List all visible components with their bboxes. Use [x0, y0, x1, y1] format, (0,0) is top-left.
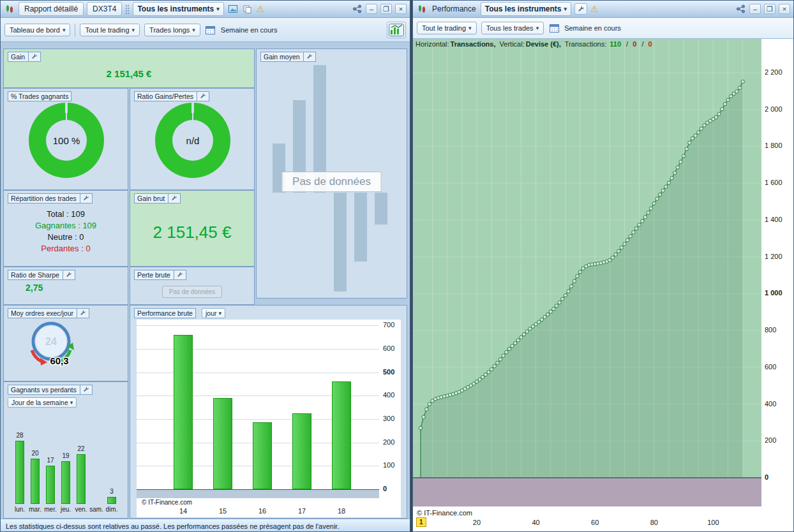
copyright-label: © IT-Finance.com [142, 499, 192, 506]
wrench-icon[interactable] [174, 270, 183, 279]
gain-loss-ratio-header: Ratio Gains/Pertes [134, 91, 209, 101]
trade-split-losers: Perdantes : 0 [4, 243, 128, 255]
trade-split-total: Total : 109 [4, 209, 128, 220]
y-axis-label: 400 [765, 400, 776, 408]
x-axis-label: 60 [587, 519, 603, 526]
x-axis-label: 20 [469, 519, 484, 526]
x-axis-label: 15 [215, 507, 230, 515]
trade-split-neutral: Neutre : 0 [4, 232, 128, 243]
y-axis-label: 700 [383, 321, 394, 329]
close-button[interactable]: × [395, 4, 407, 14]
trading-filter-dropdown[interactable]: Tout le trading ▾ [80, 24, 140, 36]
y-axis-label: 0 [765, 473, 768, 481]
bar [46, 466, 55, 504]
gross-gain-panel: Gain brut 2 151,45 € [130, 190, 255, 267]
maximize-button[interactable]: ❐ [764, 4, 775, 14]
equity-curve-chart[interactable]: Horizontal:Transactions, Vertical:Devise… [413, 39, 793, 531]
instruments-dropdown[interactable]: Tous les instruments ▾ [133, 2, 223, 16]
wrench-icon[interactable] [80, 385, 89, 394]
minimize-button[interactable]: – [366, 4, 377, 14]
bar-value-label: 19 [58, 452, 73, 459]
bar [31, 459, 40, 504]
wrench-icon[interactable] [28, 52, 38, 61]
snapshot-icon[interactable] [227, 4, 239, 15]
view-dropdown[interactable]: Tableau de bord ▾ [4, 24, 70, 36]
tab-rapport-detaille[interactable]: Rapport détaillé [19, 2, 84, 16]
close-button[interactable]: × [779, 4, 790, 14]
gridline [137, 349, 379, 350]
warning-icon[interactable]: ⚠ [257, 4, 265, 13]
instruments-dropdown[interactable]: Tous les instruments ▾ [481, 2, 571, 16]
y-axis-label: 2 000 [765, 105, 783, 113]
y-axis-label: 200 [765, 436, 776, 444]
y-axis-label: 1 800 [765, 142, 783, 149]
wrench-icon[interactable] [197, 92, 206, 101]
wrench-icon[interactable] [303, 52, 313, 61]
y-axis-label: 200 [383, 438, 394, 446]
x-axis-label: mer. [43, 506, 58, 513]
no-data-chip: Pas de données [130, 285, 254, 298]
tab-dx3t4[interactable]: DX3T4 [87, 2, 122, 16]
disclaimer-statusbar: Les statistiques ci-dessus sont relative… [1, 519, 410, 532]
donut-value: n/d [186, 135, 200, 146]
gain-loss-ratio-panel: Ratio Gains/Pertes n/d [130, 88, 255, 190]
x-axis-label: jeu. [58, 506, 73, 513]
bar-value-label: 28 [12, 432, 27, 439]
weekday-dimension-dropdown[interactable]: Jour de la semaine ▾ [8, 397, 77, 408]
winners-losers-panel: Gagnants vs perdants Jour de la semaine … [3, 381, 128, 519]
period-label: Semaine en cours [564, 24, 621, 32]
axis-band [137, 490, 379, 498]
perf-period-dropdown[interactable]: jour ▾ [202, 308, 225, 318]
trades-filter-dropdown[interactable]: Trades longs ▾ [144, 24, 200, 36]
x-axis-label: 18 [334, 507, 349, 515]
gross-performance-header: Performance brute [134, 308, 196, 318]
bar-value-label: 20 [27, 450, 43, 457]
gross-loss-panel: Perte brute Pas de données [130, 267, 255, 305]
sharpe-ratio-header: Ratio de Sharpe [8, 270, 75, 280]
gridline [137, 325, 379, 326]
share-icon[interactable] [735, 4, 746, 15]
winners-losers-header: Gagnants vs perdants [8, 385, 93, 395]
chart-window-icon[interactable] [387, 22, 406, 38]
settings-wrench-icon[interactable] [574, 3, 587, 15]
chevron-down-icon: ▾ [564, 6, 567, 12]
winning-trades-panel: % Trades gagnants 100 % [3, 88, 128, 190]
maximize-button[interactable]: ❐ [380, 4, 392, 14]
report-toolbar: Tableau de bord ▾ Tout le trading ▾ Trad… [1, 18, 410, 42]
y-axis-label: 400 [383, 391, 394, 399]
period-label: Semaine en cours [221, 26, 278, 34]
gross-performance-chart[interactable]: © IT-Finance.com 01002003004005006007001… [137, 320, 401, 517]
bar-value-label: 3 [104, 488, 119, 495]
wrench-icon[interactable] [80, 194, 89, 203]
bar-value-label: 22 [73, 445, 89, 452]
wrench-icon[interactable] [168, 194, 177, 203]
copy-icon[interactable] [242, 4, 253, 15]
share-icon[interactable] [351, 4, 363, 15]
warning-icon[interactable]: ⚠ [590, 4, 599, 13]
gain-loss-ratio-donut: n/d [155, 103, 230, 178]
trading-filter-dropdown[interactable]: Tout le trading ▾ [417, 22, 477, 34]
no-data-overlay: Pas de données [281, 172, 382, 192]
gauge-dial-label: 24 [45, 336, 57, 347]
wrench-icon[interactable] [63, 270, 72, 279]
donut-value: 100 % [53, 135, 80, 146]
trades-filter-dropdown[interactable]: Tous les trades ▾ [481, 22, 544, 34]
minimize-button[interactable]: – [749, 4, 761, 14]
x-axis-label: 16 [255, 507, 270, 515]
wins-count: 110 [610, 40, 621, 48]
chart-info-bar: Horizontal:Transactions, Vertical:Devise… [416, 40, 654, 48]
gain-value: 2 151,45 € [4, 49, 254, 79]
chevron-down-icon: ▾ [219, 310, 222, 316]
calendar-icon[interactable] [205, 24, 216, 35]
wrench-icon[interactable] [77, 309, 86, 318]
first-transaction-marker[interactable]: 1 [416, 517, 426, 527]
calendar-icon[interactable] [548, 23, 560, 34]
avg-orders-value: 60,3 [50, 355, 68, 366]
average-gain-header: Gain moyen [260, 52, 316, 62]
dashboard: Gain 2 151,45 € % Trades gagnants 100 % … [1, 42, 410, 519]
grip-handle[interactable] [125, 4, 130, 14]
winning-trades-donut: 100 % [29, 103, 104, 178]
candlestick-icon [416, 4, 428, 15]
average-gain-panel: Gain moyen Pas de données [256, 48, 407, 299]
bar-value-label: 17 [43, 457, 58, 464]
